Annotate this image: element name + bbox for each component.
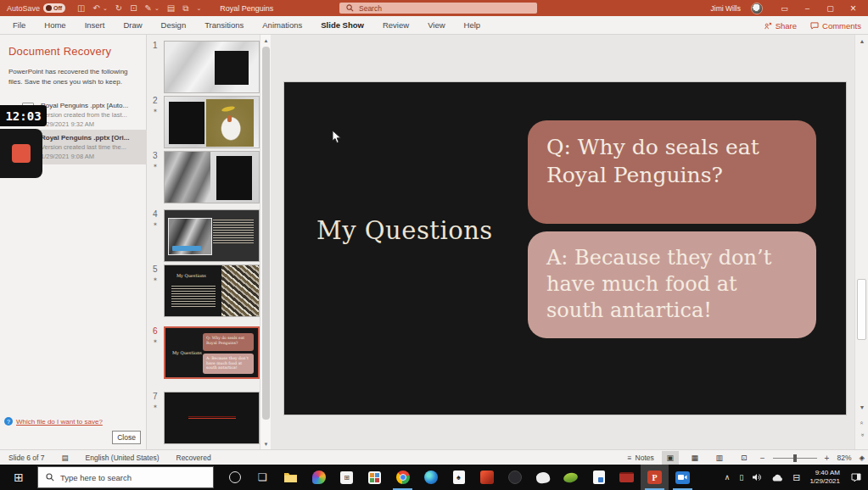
ribbon-display-options-icon[interactable]: ▭ [773, 0, 796, 16]
tab-help[interactable]: Help [455, 16, 490, 35]
onedrive-cloud-icon[interactable] [771, 474, 783, 482]
start-from-beginning-icon[interactable]: ⊡ [130, 3, 137, 13]
reading-view-button[interactable]: ▥ [711, 451, 728, 465]
powerpoint-icon: P [647, 471, 662, 484]
slide-canvas[interactable]: My Questions Q: Why do seals eat Royal P… [284, 82, 846, 415]
slide-thumbnail-1[interactable] [164, 41, 260, 93]
scroll-up-icon[interactable]: ▲ [855, 35, 868, 47]
your-phone-icon[interactable]: ▯ [739, 473, 743, 482]
tab-home[interactable]: Home [35, 16, 75, 35]
tab-animations[interactable]: Animations [253, 16, 311, 35]
redo-icon[interactable]: ↻ [115, 3, 122, 13]
minimize-icon[interactable]: – [796, 0, 819, 16]
penguin-photo [168, 218, 212, 255]
search-input[interactable]: Search [339, 3, 537, 14]
tray-chevron-icon[interactable]: ∧ [725, 473, 731, 482]
question-text-box[interactable]: Q: Why do seals eat Royal Penguins? [528, 120, 816, 224]
powerpoint-window: AutoSave Off ◫ ↶ ⌄ ↻ ⊡ ✎ ⌄ ▤ ⧉ ⌄ Royal P… [0, 0, 868, 490]
video-stop-button-overlay[interactable] [0, 129, 42, 178]
user-name[interactable]: Jimi Wills [711, 4, 741, 13]
tab-slide-show[interactable]: Slide Show [311, 16, 373, 35]
save-icon[interactable]: ◫ [77, 3, 85, 13]
slide-thumbnail-6[interactable]: My Questions Q: Why do seals eat Royal P… [164, 326, 260, 379]
tab-view[interactable]: View [418, 16, 454, 35]
close-recovery-button[interactable]: Close [112, 431, 141, 444]
recovery-pane-title: Document Recovery [8, 45, 146, 58]
slide-thumbnail-2[interactable] [164, 96, 260, 148]
tab-review[interactable]: Review [373, 16, 418, 35]
chrome-button[interactable] [389, 465, 417, 490]
notes-app-button[interactable] [585, 465, 613, 490]
solitaire-button[interactable]: ♠ [445, 465, 473, 490]
tab-design[interactable]: Design [152, 16, 196, 35]
undo-dropdown-icon[interactable]: ⌄ [103, 5, 108, 12]
candy-crush-button[interactable] [473, 465, 501, 490]
speaker-icon[interactable] [753, 473, 762, 482]
ink-icon[interactable]: ✎ [145, 3, 152, 13]
taskbar-search-input[interactable]: Type here to search [37, 466, 214, 488]
autosave-switch[interactable]: Off [43, 3, 65, 13]
cortana-button[interactable] [221, 465, 249, 490]
slide-thumbnail-7[interactable] [164, 392, 260, 444]
powerpoint-button[interactable]: P [641, 465, 669, 490]
customize-qat-icon[interactable]: ⌄ [196, 5, 201, 12]
close-icon[interactable]: × [842, 0, 865, 16]
comments-button[interactable]: Comments [810, 21, 861, 31]
zoom-percent[interactable]: 82% [837, 454, 851, 462]
video-camera-icon [675, 471, 690, 484]
tab-transitions[interactable]: Transitions [195, 16, 253, 35]
next-slide-button[interactable]: « [856, 429, 868, 443]
restore-icon[interactable]: ▢ [819, 0, 842, 16]
zoom-slider[interactable] [773, 458, 817, 459]
slide-number: 7 [153, 392, 158, 401]
slide-thumbnail-4[interactable] [164, 209, 260, 262]
undo-icon[interactable]: ↶ [92, 3, 99, 13]
zoom-in-button[interactable]: + [825, 454, 830, 463]
accessibility-book-icon[interactable]: ▤ [62, 454, 69, 462]
photos-button[interactable] [361, 465, 389, 490]
zoom-out-button[interactable]: − [760, 454, 765, 463]
notes-button[interactable]: ≡ Notes [628, 454, 654, 462]
normal-view-button[interactable]: ▣ [662, 451, 679, 465]
dark-app-button[interactable] [501, 465, 529, 490]
paint3d-button[interactable] [305, 465, 333, 490]
bird-app-button[interactable] [529, 465, 557, 490]
user-avatar[interactable] [751, 3, 763, 14]
answer-text-box[interactable]: A: Because they don’t have much food at … [528, 231, 816, 338]
ink-dropdown-icon[interactable]: ⌄ [154, 5, 160, 12]
slideshow-view-button[interactable]: ⊡ [736, 451, 753, 465]
slide-title[interactable]: My Questions [316, 216, 493, 245]
taskbar-clock[interactable]: 9:40 AM 1/29/2021 [809, 469, 840, 487]
zoom-slider-knob[interactable] [793, 454, 797, 462]
file-explorer-button[interactable] [277, 465, 305, 490]
animation-star-icon: ✶ [153, 108, 158, 114]
edge-button[interactable] [417, 465, 445, 490]
previous-slide-button[interactable]: « [856, 415, 868, 429]
slide-sorter-view-button[interactable]: ▦ [686, 451, 703, 465]
language-indicator[interactable]: English (United States) [86, 454, 160, 462]
lime-app-button[interactable] [557, 465, 585, 490]
toolbox-app-button[interactable] [613, 465, 641, 490]
new-slide-icon[interactable]: ▤ [167, 3, 175, 13]
scroll-down-icon[interactable]: ▼ [855, 401, 868, 413]
autosave-toggle[interactable]: AutoSave Off [7, 3, 65, 13]
slide-thumbnail-3[interactable] [164, 151, 260, 203]
scrollbar-thumb[interactable] [262, 47, 270, 420]
task-view-button[interactable]: ❏ [249, 465, 277, 490]
action-center-icon[interactable] [851, 473, 861, 482]
slide-thumbnail-5[interactable]: My Questions [164, 264, 260, 317]
print-preview-icon[interactable]: ⧉ [182, 3, 188, 14]
thumbnail-scrollbar[interactable]: ▲ ▼ [260, 35, 271, 449]
editor-vertical-scrollbar[interactable]: ▲ ▼ « « [854, 35, 868, 449]
start-button[interactable]: ⊞ [0, 465, 37, 490]
tab-file[interactable]: File [3, 16, 35, 35]
fit-to-window-icon[interactable]: ◈ [859, 454, 865, 462]
tab-insert[interactable]: Insert [76, 16, 115, 35]
touchpad-icon[interactable]: ⊟ [792, 472, 800, 483]
tab-draw[interactable]: Draw [114, 16, 151, 35]
microsoft-store-button[interactable]: ⊞ [333, 465, 361, 490]
camera-app-button[interactable] [669, 465, 697, 490]
which-file-to-save-link[interactable]: Which file do I want to save? [16, 418, 103, 426]
share-button[interactable]: Share [764, 21, 797, 31]
scrollbar-thumb[interactable] [857, 279, 866, 340]
